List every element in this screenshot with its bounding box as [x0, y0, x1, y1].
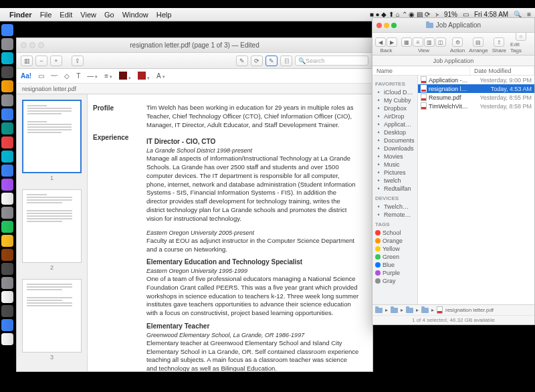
dock-app[interactable]	[1, 263, 13, 275]
rotate-button[interactable]: ⟳	[251, 56, 263, 66]
sidebar-tag[interactable]: School	[375, 229, 415, 237]
dock-app[interactable]	[1, 319, 13, 331]
search-field[interactable]: 🔍 Search	[295, 56, 368, 66]
arrange-button[interactable]: ▤	[473, 37, 484, 47]
sidebar-item[interactable]: •AirDrop	[375, 112, 415, 120]
file-row[interactable]: resignation letter.pdfToday, 4:53 AM	[418, 84, 534, 93]
dock-app[interactable]	[1, 235, 13, 247]
file-row[interactable]: Resume.pdfYesterday, 8:55 PM	[418, 93, 534, 102]
tags-button[interactable]: ○	[516, 31, 526, 41]
sidebar-item[interactable]: •Music	[375, 161, 415, 169]
menu-edit[interactable]: Edit	[60, 11, 72, 19]
sidebar-item[interactable]: •iCloud D…	[375, 88, 415, 96]
back-button[interactable]: ◀	[375, 37, 386, 47]
dock-app[interactable]	[1, 165, 13, 177]
menu-help[interactable]: Help	[156, 11, 172, 19]
dock-app[interactable]	[1, 277, 13, 289]
zoom-out-button[interactable]: −	[35, 56, 47, 66]
forward-button[interactable]: ▶	[387, 37, 397, 47]
markup-button[interactable]: ✎	[265, 56, 278, 66]
close-button[interactable]	[21, 42, 27, 48]
share-button[interactable]: ⇪	[72, 56, 84, 66]
view-icon-button[interactable]: ▦	[401, 37, 412, 47]
share-button[interactable]: ⇪	[494, 37, 504, 47]
column-headers[interactable]: Name Date Modified	[372, 66, 534, 76]
page-thumbnail-1[interactable]	[22, 100, 82, 173]
page-thumbnail-3[interactable]	[22, 279, 82, 353]
document-page[interactable]: Profile Tim Welch has been working in ed…	[88, 94, 372, 371]
sidebar-tag[interactable]: Yellow	[375, 245, 415, 253]
sidebar-tag[interactable]: Gray	[375, 277, 415, 285]
dock-app[interactable]	[1, 38, 13, 50]
sidebar-header: Favorites	[375, 81, 415, 87]
dock-finder[interactable]	[1, 24, 13, 36]
font-button[interactable]: A	[156, 72, 165, 80]
dock-app[interactable]	[1, 52, 13, 64]
file-row[interactable]: TimWelchVitae.pdfYesterday, 8:58 PM	[418, 102, 534, 110]
menu-window[interactable]: Window	[122, 11, 148, 19]
sidebar-item[interactable]: •Desktop	[375, 128, 415, 136]
thumbnail-sidebar[interactable]: 1 2 3	[17, 94, 88, 371]
sidebar-item[interactable]: •Dropbox	[375, 104, 415, 112]
select-tool-icon[interactable]: ▭	[38, 72, 44, 80]
dock-app[interactable]	[1, 193, 13, 205]
sidebar-tag[interactable]: Blue	[375, 261, 415, 269]
dock-app[interactable]	[1, 136, 13, 149]
action-button[interactable]: ⚙	[452, 37, 463, 47]
sketch-tool-icon[interactable]: 〰	[51, 72, 58, 80]
view-list-button[interactable]: ≡	[413, 37, 423, 47]
view-column-button[interactable]: ▥	[424, 37, 435, 47]
border-color-button[interactable]	[119, 72, 131, 81]
dock-app[interactable]	[1, 122, 13, 134]
highlight-button[interactable]: ✎	[236, 56, 248, 66]
dock-app[interactable]	[1, 94, 13, 106]
sidebar-item[interactable]: •Twelch…	[375, 203, 415, 211]
dock-app[interactable]	[1, 221, 13, 233]
sidebar-item[interactable]: •Documents	[375, 136, 415, 144]
sidebar-tag[interactable]: Orange	[375, 237, 415, 245]
sidebar-item[interactable]: •Redtailfan	[375, 185, 415, 193]
column-date[interactable]: Date Modified	[470, 66, 534, 75]
dock-app[interactable]	[1, 80, 13, 92]
file-row[interactable]: Application - Welch.pdfYesterday, 9:00 P…	[418, 76, 534, 84]
dock-app[interactable]	[1, 291, 13, 303]
sidebar-item[interactable]: •Applicat…	[375, 120, 415, 128]
sidebar-item[interactable]: •My Cubby	[375, 96, 415, 104]
dock-app[interactable]	[1, 249, 13, 261]
zoom-in-button[interactable]: +	[50, 56, 62, 66]
tab[interactable]: resignation letter.pdf	[22, 86, 76, 92]
dock-app[interactable]	[1, 66, 13, 78]
sidebar-mode-button[interactable]: ▥	[21, 56, 33, 66]
minimize-button[interactable]	[29, 42, 35, 48]
text-style-button[interactable]: Aa!	[21, 72, 31, 80]
dock-app[interactable]	[1, 305, 13, 317]
page-thumbnail-2[interactable]	[22, 189, 82, 263]
sidebar-item[interactable]: •Pictures	[375, 169, 415, 177]
dock-app[interactable]	[1, 151, 13, 163]
sidebar-item[interactable]: •twelch	[375, 177, 415, 185]
inbox-icon[interactable]: ⌸	[280, 56, 292, 66]
dock-app[interactable]	[1, 108, 13, 120]
dock-app[interactable]	[1, 179, 13, 191]
text-tool-icon[interactable]: T	[76, 72, 80, 80]
fill-color-button[interactable]	[138, 72, 150, 81]
sidebar-label: Twelch…	[384, 203, 409, 210]
menu-file[interactable]: File	[40, 11, 52, 19]
sidebar-tag[interactable]: Purple	[375, 269, 415, 277]
line-style-button[interactable]: ≡	[104, 72, 112, 80]
sidebar-tag[interactable]: Green	[375, 253, 415, 261]
path-bar[interactable]: ▸ ▸ ▸ ▸ resignation letter.pdf	[372, 304, 534, 315]
app-menu[interactable]: Finder	[9, 11, 32, 19]
dock-trash[interactable]	[1, 333, 13, 345]
line-weight-button[interactable]: —	[87, 72, 98, 80]
sidebar-item[interactable]: •Remote…	[375, 211, 415, 219]
sidebar-item[interactable]: •Downloads	[375, 144, 415, 153]
menu-view[interactable]: View	[80, 11, 96, 19]
menu-go[interactable]: Go	[104, 11, 114, 19]
view-cover-button[interactable]: ◫	[435, 37, 446, 47]
sidebar-item[interactable]: •Movies	[375, 153, 415, 161]
shapes-tool-icon[interactable]: ◇	[64, 72, 70, 80]
column-name[interactable]: Name	[372, 66, 470, 75]
zoom-button[interactable]	[38, 42, 44, 48]
dock-app[interactable]	[1, 207, 13, 219]
